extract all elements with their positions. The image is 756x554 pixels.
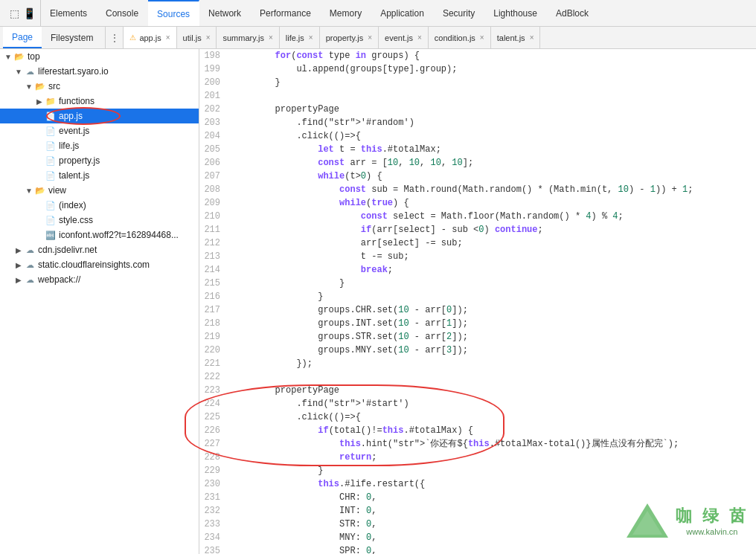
line-content[interactable]: while(true) { <box>229 196 756 210</box>
tree-item-property-js[interactable]: 📄property.js <box>0 153 199 168</box>
line-content[interactable]: this.#life.restart({ <box>229 477 756 491</box>
devtools-tab-adblock[interactable]: AdBlock <box>547 0 598 26</box>
code-line-211: 211 if(arr[select] - sub <0) continue; <box>199 223 756 236</box>
line-content[interactable]: groups.MNY.set(10 - arr[3]); <box>229 344 756 357</box>
close-tab-icon[interactable]: × <box>368 33 372 42</box>
file-tab-talent-js[interactable]: talent.js× <box>491 27 541 48</box>
line-content[interactable]: .click(()=>{ <box>229 410 756 424</box>
tree-item-src[interactable]: 📂src <box>0 79 199 94</box>
line-content[interactable]: } <box>229 277 756 290</box>
panel-tab-page[interactable]: Page <box>3 27 42 48</box>
line-number: 233 <box>199 518 229 531</box>
line-number: 206 <box>199 156 229 170</box>
tree-item-label: talent.js <box>59 170 89 181</box>
tree-arrow-icon <box>34 170 45 181</box>
tree-item-style-css[interactable]: 📄style.css <box>0 213 199 228</box>
line-number: 235 <box>199 544 229 554</box>
close-tab-icon[interactable]: × <box>480 33 484 42</box>
file-tab-summary-js[interactable]: summary.js× <box>217 27 279 48</box>
close-tab-icon[interactable]: × <box>309 33 313 42</box>
line-content[interactable] <box>229 89 756 103</box>
close-tab-icon[interactable]: × <box>166 33 170 42</box>
tree-item--index-[interactable]: 📄(index) <box>0 198 199 213</box>
line-content[interactable]: break; <box>229 263 756 277</box>
line-content[interactable]: ul.append(groups[type].group); <box>229 62 756 76</box>
file-tab-event-js[interactable]: event.js× <box>379 27 429 48</box>
close-tab-icon[interactable]: × <box>417 33 422 42</box>
line-content[interactable]: SPR: 0, <box>229 544 756 554</box>
tree-item-cdn-jsdelivr-net[interactable]: ☁cdn.jsdelivr.net <box>0 242 199 257</box>
line-content[interactable]: const select = Math.floor(Math.random() … <box>229 210 756 223</box>
tree-item-label: style.css <box>59 215 93 225</box>
tree-item-talent-js[interactable]: 📄talent.js <box>0 168 199 183</box>
line-content[interactable]: while(t>0) { <box>229 170 756 183</box>
line-number: 231 <box>199 491 229 504</box>
line-content[interactable]: const arr = [10, 10, 10, 10]; <box>229 156 756 170</box>
devtools-tab-application[interactable]: Application <box>371 0 434 26</box>
line-content[interactable]: } <box>229 76 756 89</box>
close-tab-icon[interactable]: × <box>269 33 273 42</box>
file-tab-life-js[interactable]: life.js× <box>280 27 320 48</box>
line-content[interactable]: groups.INT.set(10 - arr[1]); <box>229 317 756 330</box>
line-content[interactable]: groups.STR.set(10 - arr[2]); <box>229 330 756 344</box>
tree-item-functions[interactable]: 📁functions <box>0 94 199 109</box>
line-content[interactable]: } <box>229 290 756 303</box>
code-line-201: 201 <box>199 89 756 103</box>
line-content[interactable]: .find("str">'#random') <box>229 116 756 129</box>
line-content[interactable]: for(const type in groups) { <box>229 49 756 62</box>
tree-item-event-js[interactable]: 📄event.js <box>0 123 199 138</box>
line-content[interactable]: let t = this.#totalMax; <box>229 143 756 156</box>
line-content[interactable]: return; <box>229 451 756 464</box>
tree-item-view[interactable]: 📂view <box>0 183 199 198</box>
line-content[interactable]: arr[select] -= sub; <box>229 236 756 250</box>
line-content[interactable]: propertyPage <box>229 103 756 116</box>
device-icon[interactable]: 📱 <box>22 7 36 20</box>
code-editor[interactable]: 198 for(const type in groups) {199 ul.ap… <box>199 49 756 554</box>
line-content[interactable]: if(arr[select] - sub <0) continue; <box>229 223 756 236</box>
devtools-tab-elements[interactable]: Elements <box>41 0 97 26</box>
file-tab-condition-js[interactable]: condition.js× <box>429 27 491 48</box>
tree-item-webpack---[interactable]: ☁webpack:// <box>0 272 199 287</box>
file-tab-app-js[interactable]: ⚠app.js× <box>124 27 176 48</box>
tree-item-app-js[interactable]: 📄app.js <box>0 109 199 123</box>
code-line-215: 215 } <box>199 277 756 290</box>
line-number: 211 <box>199 223 229 236</box>
line-content[interactable]: this.hint("str">`你还有${this.#totalMax-tot… <box>229 437 756 451</box>
line-number: 224 <box>199 397 229 410</box>
devtools-tab-console[interactable]: Console <box>97 0 148 26</box>
line-content[interactable] <box>229 370 756 384</box>
line-content[interactable]: .find("str">'#start') <box>229 397 756 410</box>
inspect-icon[interactable]: ⬚ <box>7 7 21 20</box>
folder-open-icon: 📂 <box>34 184 46 196</box>
devtools-tab-security[interactable]: Security <box>434 0 484 26</box>
tree-item-static-cloudflareinsights-com[interactable]: ☁static.cloudflareinsights.com <box>0 257 199 272</box>
file-tab-util-js[interactable]: util.js× <box>177 27 217 48</box>
panel-tab-filesystem[interactable]: Filesystem <box>42 27 102 48</box>
devtools-tab-lighthouse[interactable]: Lighthouse <box>484 0 547 26</box>
tree-item-life-js[interactable]: 📄life.js <box>0 138 199 153</box>
close-tab-icon[interactable]: × <box>206 33 211 42</box>
line-content[interactable]: } <box>229 464 756 477</box>
line-content[interactable]: groups.CHR.set(10 - arr[0]); <box>229 303 756 317</box>
tree-item-top[interactable]: 📂top <box>0 49 199 64</box>
tree-item-iconfont-woff2-t-162894468---[interactable]: 🔤iconfont.woff2?t=162894468... <box>0 228 199 242</box>
line-content[interactable]: propertyPage <box>229 384 756 397</box>
line-number: 225 <box>199 410 229 424</box>
more-options-button[interactable]: ⋮ <box>106 27 124 48</box>
line-content[interactable]: }); <box>229 357 756 370</box>
line-content[interactable]: t -= sub; <box>229 250 756 263</box>
file-tab-property-js[interactable]: property.js× <box>320 27 379 48</box>
devtools-tab-network[interactable]: Network <box>199 0 251 26</box>
line-content[interactable]: if(total()!=this.#totalMax) { <box>229 424 756 437</box>
watermark-url: www.kalvin.cn <box>686 527 737 536</box>
devtools-tab-performance[interactable]: Performance <box>251 0 321 26</box>
folder-icon: 📂 <box>13 51 25 62</box>
devtools-tab-memory[interactable]: Memory <box>321 0 371 26</box>
close-tab-icon[interactable]: × <box>530 33 534 42</box>
file-tab-label: life.js <box>286 33 304 42</box>
line-content[interactable]: const sub = Math.round(Math.random() * (… <box>229 183 756 196</box>
line-number: 203 <box>199 116 229 129</box>
tree-item-liferestart-syaro-io[interactable]: ☁liferestart.syaro.io <box>0 64 199 79</box>
line-content[interactable]: .click(()=>{ <box>229 129 756 143</box>
devtools-tab-sources[interactable]: Sources <box>148 0 199 26</box>
